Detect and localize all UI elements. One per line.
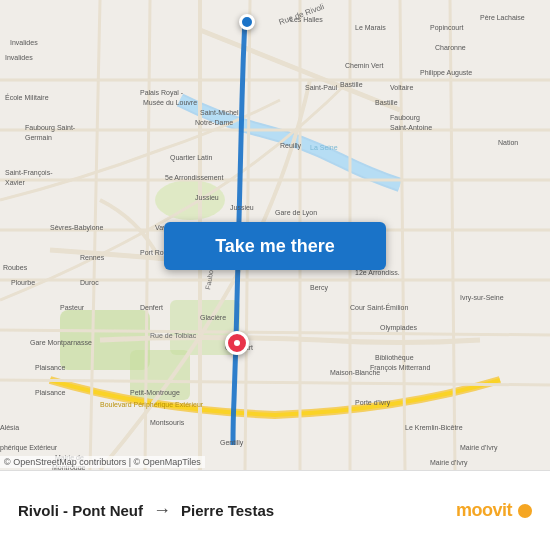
svg-text:Olympiades: Olympiades (380, 324, 417, 332)
svg-text:Rennes: Rennes (80, 254, 105, 261)
svg-text:Jussieu: Jussieu (195, 194, 219, 201)
moovit-brand-name: moovit (456, 500, 512, 521)
svg-text:Maison-Blanche: Maison-Blanche (330, 369, 380, 376)
svg-text:Bastille: Bastille (375, 99, 398, 106)
svg-text:Le Kremlin-Bicêtre: Le Kremlin-Bicêtre (405, 424, 463, 431)
svg-text:Porte d'Ivry: Porte d'Ivry (355, 399, 391, 407)
svg-text:Voltaire: Voltaire (390, 84, 413, 91)
route-to: Pierre Testas (181, 502, 274, 519)
svg-text:Bercy: Bercy (310, 284, 328, 292)
svg-text:Alésia: Alésia (0, 424, 19, 431)
svg-text:Les Halles: Les Halles (290, 16, 323, 23)
moovit-logo: moovit (456, 500, 532, 521)
svg-text:Saint-Antoine: Saint-Antoine (390, 124, 432, 131)
destination-pin (225, 331, 249, 355)
svg-text:Notre-Dame: Notre-Dame (195, 119, 233, 126)
svg-text:Popincourt: Popincourt (430, 24, 464, 32)
button-label: Take me there (215, 236, 335, 257)
svg-text:Saint-Michel: Saint-Michel (200, 109, 239, 116)
svg-text:Mairie d'Ivry: Mairie d'Ivry (460, 444, 498, 452)
svg-text:Cour Saint-Émilion: Cour Saint-Émilion (350, 303, 408, 311)
svg-text:Montsouris: Montsouris (150, 419, 185, 426)
svg-text:Chemin Vert: Chemin Vert (345, 62, 384, 69)
map-attribution: © OpenStreetMap contributors | © OpenMap… (0, 456, 205, 468)
svg-text:École Militaire: École Militaire (5, 93, 49, 101)
svg-text:5e Arrondissement: 5e Arrondissement (165, 174, 223, 181)
svg-text:Denfert: Denfert (140, 304, 163, 311)
map-container: Rue de Rivoli La Seine Rue de Tolbiac Bo… (0, 0, 550, 470)
moovit-dot-icon (518, 504, 532, 518)
svg-text:Mairie d'Ivry: Mairie d'Ivry (430, 459, 468, 467)
svg-text:Plaisance: Plaisance (35, 364, 65, 371)
svg-text:Philippe Auguste: Philippe Auguste (420, 69, 472, 77)
origin-pin (239, 14, 255, 30)
svg-text:Invalides: Invalides (5, 54, 33, 61)
svg-text:Petit-Montrouge: Petit-Montrouge (130, 389, 180, 397)
svg-text:phérique Extérieur: phérique Extérieur (0, 444, 58, 452)
svg-text:Invalides: Invalides (10, 39, 38, 46)
svg-text:Pasteur: Pasteur (60, 304, 85, 311)
route-from: Rivoli - Pont Neuf (18, 502, 143, 519)
svg-text:Le Marais: Le Marais (355, 24, 386, 31)
svg-text:Roubes: Roubes (3, 264, 28, 271)
svg-text:Plourbe: Plourbe (11, 279, 35, 286)
svg-text:12e Arrondiss.: 12e Arrondiss. (355, 269, 400, 276)
svg-text:Faubourg Saint-: Faubourg Saint- (25, 124, 76, 132)
svg-text:Gare Montparnasse: Gare Montparnasse (30, 339, 92, 347)
svg-text:Bibliothèque: Bibliothèque (375, 354, 414, 362)
svg-text:La Seine: La Seine (310, 144, 338, 151)
svg-text:Boulevard Périphérique Extérie: Boulevard Périphérique Extérieur (100, 401, 204, 409)
svg-text:Musée du Louvre: Musée du Louvre (143, 99, 197, 106)
svg-text:Bastille: Bastille (340, 81, 363, 88)
svg-text:Nation: Nation (498, 139, 518, 146)
svg-text:Jussieu: Jussieu (230, 204, 254, 211)
svg-text:Palais Royal -: Palais Royal - (140, 89, 184, 97)
svg-text:Ivry-sur-Seine: Ivry-sur-Seine (460, 294, 504, 302)
svg-text:Saint-François-: Saint-François- (5, 169, 53, 177)
svg-text:Germain: Germain (25, 134, 52, 141)
svg-text:Sèvres-Babylone: Sèvres-Babylone (50, 224, 103, 232)
svg-text:Saint-Paul: Saint-Paul (305, 84, 338, 91)
route-arrow: → (153, 500, 171, 521)
svg-text:Rue de Tolbiac: Rue de Tolbiac (150, 332, 197, 339)
bottom-bar: Rivoli - Pont Neuf → Pierre Testas moovi… (0, 470, 550, 550)
svg-text:Quartier Latin: Quartier Latin (170, 154, 213, 162)
svg-text:Xavier: Xavier (5, 179, 26, 186)
svg-text:Père Lachaise: Père Lachaise (480, 14, 525, 21)
svg-text:Gare de Lyon: Gare de Lyon (275, 209, 317, 217)
svg-text:Faubourg: Faubourg (390, 114, 420, 122)
svg-text:Glacière: Glacière (200, 314, 226, 321)
svg-text:Plaisance: Plaisance (35, 389, 65, 396)
svg-text:Duroc: Duroc (80, 279, 99, 286)
svg-text:Charonne: Charonne (435, 44, 466, 51)
svg-text:Gentilly: Gentilly (220, 439, 244, 447)
svg-text:Reuilly: Reuilly (280, 142, 302, 150)
take-me-there-button[interactable]: Take me there (164, 222, 386, 270)
